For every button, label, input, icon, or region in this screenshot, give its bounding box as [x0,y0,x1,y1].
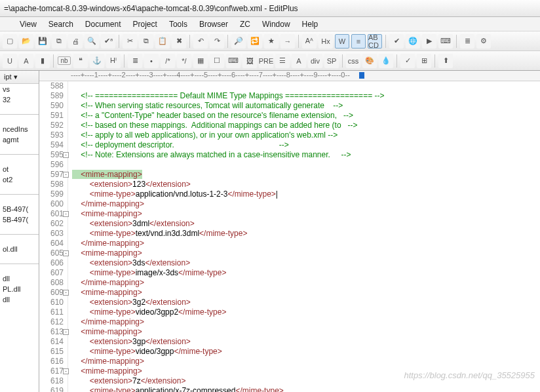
sidebar-item[interactable]: 5B-497( [0,204,39,214]
code-line[interactable]: 619 <mime-type>application/x-7z-compress… [39,386,540,392]
fontcolor-icon[interactable]: A [19,54,33,68]
code-line[interactable]: 601- <mime-mapping> [39,209,540,219]
menu-zc[interactable]: ZC [235,18,256,30]
code-line[interactable]: 607 <mime-type>image/x-3ds</mime-type> [39,268,540,278]
sidebar-item[interactable]: ot [0,164,39,174]
code-line[interactable]: 611 <mime-type>video/3gpp2</mime-type> [39,307,540,317]
fold-toggle-icon[interactable]: - [63,152,69,158]
code-line[interactable]: 591 <!-- a "Content-Type" header based o… [39,111,540,121]
menu-tools[interactable]: Tools [164,18,193,30]
code-line[interactable]: 604 </mime-mapping> [39,239,540,248]
code-viewport[interactable]: 588589 <!-- ================== Default M… [39,81,540,392]
bookmark-icon[interactable]: ★ [264,34,279,49]
textarea-icon[interactable]: A [292,54,306,68]
terminal-icon[interactable]: ⌨ [438,34,453,49]
code-line[interactable]: 603 <mime-type>text/vnd.in3d.3dml</mime-… [39,229,540,239]
sidebar-item[interactable]: 5B-497( [0,214,39,225]
code-line[interactable]: 613- <mime-mapping> [39,327,540,337]
code-line[interactable]: 598 <extension>123</extension> [39,180,540,189]
code-line[interactable]: 615 <mime-type>video/3gpp</mime-type> [39,347,540,357]
copy-icon[interactable]: ⧉ [139,34,153,49]
uncomment-icon[interactable]: */ [177,54,191,68]
check-icon[interactable]: ✔ [389,34,404,49]
ul-icon[interactable]: • [144,54,159,68]
sidebar-item[interactable]: 32 [0,94,39,105]
sidebar-item[interactable]: dll [0,273,39,284]
fold-toggle-icon[interactable]: - [63,329,69,335]
menu-project[interactable]: Project [128,18,163,30]
input-icon[interactable]: ⌨ [226,54,241,68]
font-icon[interactable]: Aᴬ [302,34,317,49]
fold-toggle-icon[interactable]: - [63,172,69,178]
code-line[interactable]: 589 <!-- ================== Default MIME… [39,91,540,101]
menu-browser[interactable]: Browser [194,18,233,30]
comment-icon[interactable]: /* [161,54,175,68]
code-line[interactable]: 593 <!-- apply to all web applications),… [39,130,540,140]
pick-icon[interactable]: 💧 [379,54,393,68]
menu-help[interactable]: Help [297,18,324,30]
image-icon[interactable]: 🖼 [242,54,257,68]
run-icon[interactable]: ▶ [422,34,436,49]
fold-toggle-icon[interactable]: - [63,211,69,217]
sidebar-item[interactable]: ncedIns [0,124,39,134]
outline-icon[interactable]: ⊞ [417,54,431,68]
sidebar-tab[interactable]: ipt ▾ [0,71,39,84]
code-line[interactable]: 590 <!-- When serving static resources, … [39,101,540,111]
code-line[interactable]: 610 <extension>3g2</extension> [39,298,540,307]
code-line[interactable]: 614 <extension>3gp</extension> [39,337,540,347]
code-line[interactable]: 592 <!-- based on these mappings. Additi… [39,121,540,130]
code-line[interactable]: 596 [39,160,540,170]
anchor-icon[interactable]: ⚓ [90,54,104,68]
list-icon[interactable]: ☰ [275,54,290,68]
menu-view[interactable]: View [14,18,42,30]
ruler-icon[interactable]: AB CD [368,34,382,49]
heading-icon[interactable]: Hᴵ [106,54,121,68]
code-line[interactable]: 605- <mime-mapping> [39,248,540,258]
browser-icon[interactable]: 🌐 [406,34,420,49]
code-line[interactable]: 597- <mime-mapping> [39,170,540,180]
code-line[interactable]: 608 </mime-mapping> [39,278,540,288]
code-line[interactable]: 600 </mime-mapping> [39,199,540,209]
validate-icon[interactable]: ✓ [400,54,415,68]
hex-icon[interactable]: Hx [318,34,333,49]
menu-document[interactable]: Document [80,18,126,30]
redo-icon[interactable]: ↷ [210,34,224,49]
sidebar-item[interactable]: ol.dll [0,244,39,254]
preview-icon[interactable]: 🔍 [85,34,99,49]
sp-icon[interactable]: SP [324,54,339,68]
menu-window[interactable]: Window [257,18,296,30]
palette-icon[interactable]: 🎨 [362,54,377,68]
fold-toggle-icon[interactable]: - [63,368,69,374]
code-line[interactable]: 588 [39,81,540,91]
ol-icon[interactable]: ≣ [128,54,142,68]
div-icon[interactable]: div [308,54,322,68]
fold-toggle-icon[interactable]: - [63,290,69,296]
underline-icon[interactable]: U [3,54,17,68]
code-line[interactable]: 595- <!-- Note: Extensions are always ma… [39,150,540,160]
goto-icon[interactable]: → [280,34,295,49]
code-line[interactable]: 606 <extension>3ds</extension> [39,258,540,268]
quote-icon[interactable]: ❝ [73,54,88,68]
find-icon[interactable]: 🔎 [231,34,246,49]
sidebar-item[interactable]: dll [0,294,39,305]
code-line[interactable]: 594 <!-- deployment descriptor. --> [39,140,540,150]
spell-icon[interactable]: ✔ᵃ [101,34,115,49]
menu-search[interactable]: Search [43,18,79,30]
code-line[interactable]: 602 <extension>3dml</extension> [39,219,540,229]
code-line[interactable]: 618 <extension>7z</extension> [39,376,540,386]
code-line[interactable]: 599▶ <mime-type>application/vnd.lotus-1-… [39,189,540,199]
new-icon[interactable]: ▢ [3,34,17,49]
menu-file[interactable] [3,23,13,26]
code-line[interactable]: 616 </mime-mapping> [39,357,540,366]
cut-icon[interactable]: ✂ [123,34,137,49]
sidebar-item[interactable]: vs [0,84,39,94]
save-icon[interactable]: 💾 [35,34,50,49]
code-line[interactable]: 609- <mime-mapping> [39,288,540,298]
upload-icon[interactable]: ⬆ [438,54,453,68]
sidebar-item[interactable]: ot2 [0,174,39,185]
sidebar-item[interactable]: agmt [0,134,39,145]
findreplace-icon[interactable]: 🔁 [248,34,262,49]
saveall-icon[interactable]: ⧉ [52,34,66,49]
print-icon[interactable]: 🖨 [68,34,83,49]
paste-icon[interactable]: 📋 [155,34,170,49]
